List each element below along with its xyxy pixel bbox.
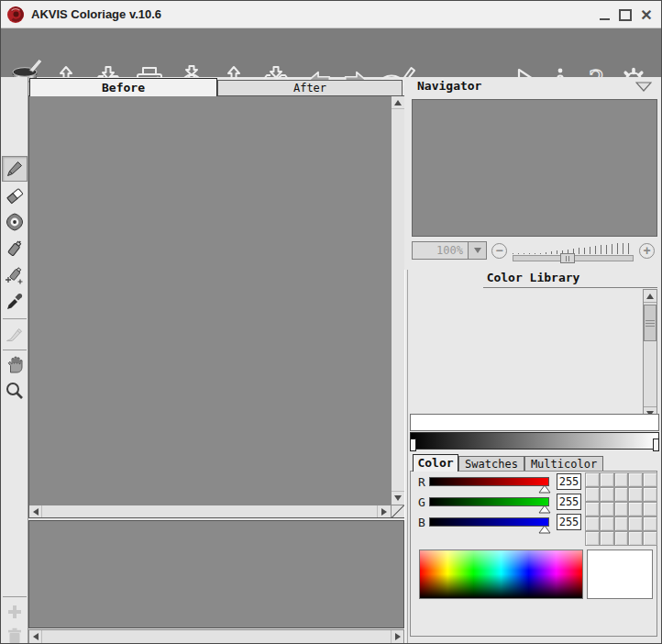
tab-multicolor[interactable]: Multicolor bbox=[524, 456, 603, 472]
collapse-panel-icon[interactable] bbox=[635, 82, 652, 92]
rainbow-color-picker[interactable] bbox=[419, 550, 583, 599]
scroll-right-button[interactable] bbox=[377, 505, 390, 517]
reference-horizontal-scrollbar[interactable] bbox=[28, 629, 404, 644]
grayscale-gradient-bar[interactable] bbox=[410, 432, 659, 450]
green-value-field[interactable]: 255 bbox=[557, 494, 581, 510]
navigator-preview[interactable] bbox=[412, 99, 657, 237]
swatch-cell[interactable] bbox=[614, 516, 629, 531]
canvas-vertical-scrollbar[interactable] bbox=[391, 96, 404, 505]
red-slider-handle[interactable] bbox=[538, 484, 551, 494]
swatch-cell[interactable] bbox=[585, 516, 600, 531]
color-library-list[interactable] bbox=[408, 288, 641, 420]
green-slider-bar[interactable] bbox=[429, 497, 549, 506]
close-button[interactable]: ✕ bbox=[639, 8, 654, 22]
right-panel: Navigator 100% − + Color Library bbox=[404, 77, 662, 644]
scrollbar-thumb[interactable] bbox=[644, 305, 656, 341]
tab-before-label: Before bbox=[102, 81, 145, 94]
swatch-cell[interactable] bbox=[643, 472, 657, 487]
image-canvas-before[interactable] bbox=[29, 96, 391, 505]
swatch-cell[interactable] bbox=[585, 472, 600, 487]
tube-tool[interactable] bbox=[4, 238, 26, 260]
tab-swatches-label: Swatches bbox=[465, 458, 518, 471]
swatch-cell[interactable] bbox=[614, 502, 629, 516]
minimize-button[interactable] bbox=[597, 8, 612, 22]
swatch-cell[interactable] bbox=[600, 487, 614, 502]
swatch-cell[interactable] bbox=[585, 487, 600, 502]
arrow-down-icon bbox=[394, 495, 402, 501]
swatch-cell[interactable] bbox=[643, 516, 657, 531]
zoom-in-button[interactable]: + bbox=[639, 243, 655, 259]
app-window: AKVIS Coloriage v.10.6 ✕ bbox=[0, 0, 662, 644]
tab-swatches[interactable]: Swatches bbox=[458, 456, 524, 472]
swatch-cell[interactable] bbox=[600, 472, 614, 487]
library-scrollbar[interactable] bbox=[643, 289, 657, 420]
tools-sidebar bbox=[1, 77, 28, 644]
gradient-handle-right[interactable] bbox=[653, 439, 659, 451]
eyedropper-tool[interactable] bbox=[4, 291, 26, 313]
swatch-cell[interactable] bbox=[585, 531, 600, 546]
zoom-dropdown-button[interactable] bbox=[468, 242, 486, 259]
brightness-range-bar[interactable] bbox=[410, 414, 659, 431]
red-slider-label: R bbox=[418, 475, 425, 489]
scroll-up-button[interactable] bbox=[644, 290, 656, 303]
title-bar: AKVIS Coloriage v.10.6 ✕ bbox=[1, 1, 661, 28]
red-value-field[interactable]: 255 bbox=[557, 473, 581, 490]
color-library-title: Color Library bbox=[404, 271, 662, 284]
tab-before[interactable]: Before bbox=[29, 78, 217, 96]
magic-tube-tool[interactable] bbox=[4, 264, 26, 286]
scroll-left-button[interactable] bbox=[29, 505, 42, 517]
zoom-tool[interactable] bbox=[4, 380, 26, 402]
arrow-left-icon bbox=[33, 633, 39, 640]
scroll-left-button[interactable] bbox=[29, 630, 42, 643]
green-slider-label: G bbox=[418, 495, 425, 509]
swatch-cell[interactable] bbox=[614, 472, 629, 487]
canvas-horizontal-scrollbar[interactable] bbox=[29, 505, 391, 517]
tab-after[interactable]: After bbox=[217, 80, 403, 96]
zoom-combobox[interactable]: 100% bbox=[412, 241, 487, 260]
maximize-button[interactable] bbox=[618, 8, 633, 22]
swatch-cell[interactable] bbox=[643, 502, 657, 516]
arrow-up-icon bbox=[646, 294, 654, 299]
blue-slider-handle[interactable] bbox=[538, 525, 551, 534]
window-title: AKVIS Coloriage v.10.6 bbox=[31, 1, 161, 28]
swatch-cell[interactable] bbox=[600, 516, 614, 531]
scroll-up-button[interactable] bbox=[392, 96, 404, 109]
arrow-right-icon bbox=[381, 508, 387, 516]
swatch-cell[interactable] bbox=[600, 502, 614, 516]
swatch-cell[interactable] bbox=[614, 487, 629, 502]
zoom-scale-ticks bbox=[513, 241, 634, 254]
tab-color[interactable]: Color bbox=[413, 454, 458, 472]
delete-button-disabled bbox=[4, 625, 26, 644]
hand-tool[interactable] bbox=[4, 353, 26, 375]
main-toolbar: ? bbox=[1, 28, 661, 77]
reference-pane[interactable] bbox=[28, 520, 404, 628]
eraser-tool[interactable] bbox=[4, 184, 26, 206]
swatch-cell[interactable] bbox=[600, 531, 614, 546]
zoom-slider-handle[interactable] bbox=[560, 253, 575, 263]
red-slider-bar[interactable] bbox=[429, 477, 549, 486]
swatch-cell[interactable] bbox=[643, 487, 657, 502]
close-icon: ✕ bbox=[640, 9, 652, 22]
blue-slider-bar[interactable] bbox=[429, 517, 549, 527]
blue-value-field[interactable]: 255 bbox=[557, 514, 581, 530]
swatch-cell[interactable] bbox=[628, 516, 643, 531]
scrollbar-corner-resize[interactable] bbox=[391, 505, 404, 517]
zoom-out-button[interactable]: − bbox=[491, 243, 507, 259]
tool-separator bbox=[3, 350, 27, 350]
swatch-cell[interactable] bbox=[628, 531, 643, 546]
keep-color-pencil-tool[interactable] bbox=[4, 211, 26, 233]
maximize-icon bbox=[619, 9, 632, 21]
swatch-cell[interactable] bbox=[628, 502, 643, 516]
gradient-handle-left[interactable] bbox=[410, 439, 416, 451]
tool-separator bbox=[3, 596, 27, 597]
swatch-cell[interactable] bbox=[585, 502, 600, 516]
green-slider-handle[interactable] bbox=[538, 505, 551, 514]
scroll-down-button[interactable] bbox=[392, 491, 404, 504]
swatch-cell[interactable] bbox=[614, 531, 629, 546]
swatch-cell[interactable] bbox=[628, 472, 643, 487]
scroll-right-button[interactable] bbox=[391, 630, 403, 643]
swatch-cell[interactable] bbox=[628, 487, 643, 502]
selected-color-swatch bbox=[587, 550, 653, 599]
swatch-cell[interactable] bbox=[643, 531, 657, 546]
color-pencil-tool[interactable] bbox=[2, 156, 28, 182]
